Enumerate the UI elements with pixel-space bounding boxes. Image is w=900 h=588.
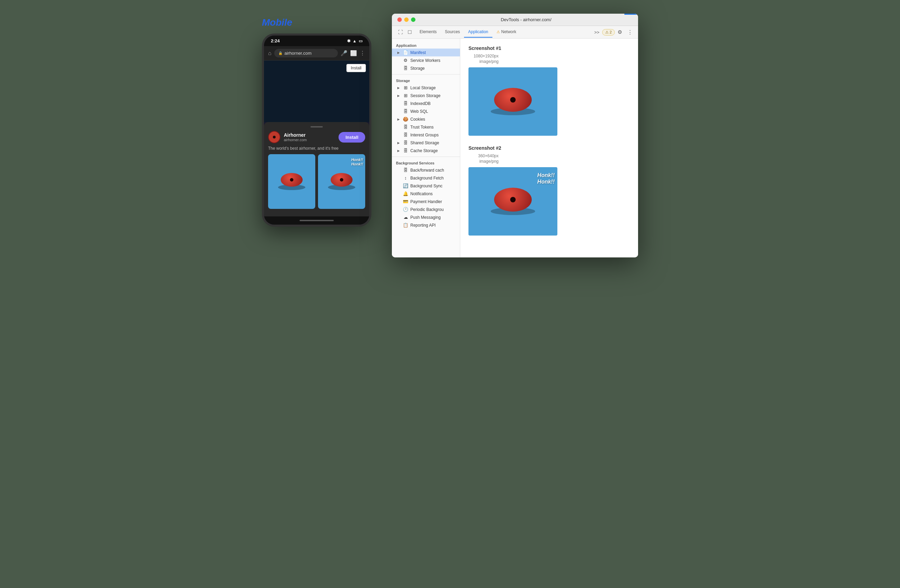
horn-dot-2 [340,178,343,182]
tab-application[interactable]: Application [464,27,492,37]
devtools-sidebar: Application ▶ 📄 Manifest ⚙ Service Worke… [392,39,460,258]
warning-badge[interactable]: ⚠ 2 [602,29,615,36]
session-storage-icon: ⊞ [403,93,408,98]
local-storage-icon: ⊞ [403,85,408,90]
service-workers-icon: ⚙ [403,58,408,63]
device-icon[interactable]: ☐ [405,28,414,36]
sidebar-item-cache-storage[interactable]: ▶ 🗄 Cache Storage [392,147,460,155]
sidebar-item-manifest[interactable]: ▶ 📄 Manifest [392,48,460,56]
sidebar-item-local-storage[interactable]: ▶ ⊞ Local Storage [392,84,460,92]
screenshot-section-1: Screenshot #1 1080×1920px image/png [469,45,630,136]
status-icons: ✱ ▲ ▭ [347,39,363,43]
menu-icon[interactable]: ⋮ [360,50,365,56]
big-horn-body-1 [494,88,532,112]
sidebar-item-push-messaging[interactable]: ☁ Push Messaging [392,213,460,221]
devtools-titlebar: DevTools - airhorner.com/ [392,14,638,26]
inspect-icon[interactable]: ⛶ [396,28,405,36]
tab-network[interactable]: ⚠ Network [492,27,520,37]
url-text: airhorner.com [284,51,312,56]
sidebar-item-bg-sync[interactable]: 🔄 Background Sync [392,182,460,190]
indexeddb-icon: 🗄 [403,101,408,106]
more-tabs-button[interactable]: >> [591,28,602,37]
traffic-lights [397,17,416,22]
notifications-label: Notifications [410,191,433,196]
bg-sync-icon: 🔄 [403,183,408,188]
cache-storage-icon: 🗄 [403,148,408,153]
screenshot-2-image: Honk!!Honk!! [469,167,557,236]
sheet-app-row: Airhorner airhorner.com Install [268,131,365,143]
big-honk-text-2: Honk!!Honk!! [537,172,555,185]
sidebar-item-storage[interactable]: 🗄 Storage [392,64,460,72]
session-storage-label: Session Storage [410,93,441,98]
honk-text-2: Honk!!Honk!! [351,158,363,166]
tab-sources[interactable]: Sources [441,27,464,37]
airhorn-2 [328,173,355,190]
expand-arrow-cache: ▶ [397,149,401,152]
screenshot-1-title: Screenshot #1 [469,45,630,51]
close-button[interactable] [397,17,402,22]
push-messaging-label: Push Messaging [410,215,441,220]
reporting-api-icon: 📋 [403,223,408,228]
interest-groups-label: Interest Groups [410,133,439,137]
tab-icon[interactable]: ⬜ [350,50,357,56]
maximize-button[interactable] [411,17,416,22]
settings-icon[interactable]: ⚙ [615,28,625,37]
trust-tokens-icon: 🗄 [403,124,408,130]
big-airhorn-2 [491,188,535,215]
sidebar-item-interest-groups[interactable]: 🗄 Interest Groups [392,131,460,139]
sidebar-item-bg-fetch[interactable]: ↕ Background Fetch [392,174,460,182]
sidebar-item-websql[interactable]: 🗄 Web SQL [392,107,460,115]
sidebar-item-trust-tokens[interactable]: 🗄 Trust Tokens [392,123,460,131]
bottom-sheet: Airhorner airhorner.com Install The worl… [264,122,369,216]
sidebar-item-service-workers[interactable]: ⚙ Service Workers [392,56,460,64]
bg-sync-label: Background Sync [410,183,442,188]
warning-icon: ⚠ [497,30,500,34]
sidebar-item-payment-handler[interactable]: 💳 Payment Handler [392,198,460,205]
sidebar-item-periodic-bg[interactable]: 🕐 Periodic Backgrou [392,205,460,213]
sidebar-item-indexeddb[interactable]: 🗄 IndexedDB [392,99,460,107]
periodic-bg-icon: 🕐 [403,207,408,212]
tab-elements[interactable]: Elements [416,27,441,37]
install-button-top[interactable]: Install [346,64,366,72]
app-icon [268,131,280,143]
screenshot-1-meta: 1080×1920px image/png [469,54,630,64]
big-horn-body-2 [494,188,532,212]
sidebar-item-cookies[interactable]: ▶ 🍪 Cookies [392,115,460,123]
trust-tokens-label: Trust Tokens [410,125,434,130]
devtools-tabs: ⛶ ☐ Elements Sources Application ⚠ Netwo… [392,26,638,39]
expand-arrow-ls: ▶ [397,86,401,90]
sidebar-item-notifications[interactable]: 🔔 Notifications [392,190,460,198]
url-bar[interactable]: 🔒 airhorner.com [274,49,338,57]
sidebar-item-back-forward[interactable]: 🗄 Back/forward cach [392,166,460,174]
bg-fetch-icon: ↕ [403,175,408,180]
devtools-tab-icons: ⛶ ☐ [395,26,416,38]
payment-handler-icon: 💳 [403,199,408,204]
tab-network-label: Network [501,29,516,34]
app-name: Airhorner [284,132,335,138]
sidebar-section-bg-services: Background Services [392,159,460,166]
mic-icon[interactable]: 🎤 [341,50,348,56]
screenshot-2-dimensions-label: 360×640px [469,154,503,158]
expand-arrow-ss: ▶ [397,94,401,98]
devtools-body: Application ▶ 📄 Manifest ⚙ Service Worke… [392,39,638,258]
screenshot-2-type-label: image/png [469,159,503,164]
payment-handler-label: Payment Handler [410,199,442,204]
devtools-title: DevTools - airhorner.com/ [420,17,633,22]
sidebar-item-shared-storage[interactable]: ▶ 🗄 Shared Storage [392,139,460,147]
push-messaging-icon: ☁ [403,215,408,220]
back-forward-label: Back/forward cach [410,168,444,173]
divider-2 [392,157,460,157]
home-icon[interactable]: ⌂ [268,50,272,56]
sidebar-item-reporting-api[interactable]: 📋 Reporting API [392,221,460,229]
websql-label: Web SQL [410,109,428,114]
sidebar-item-session-storage[interactable]: ▶ ⊞ Session Storage [392,92,460,99]
screenshot-1-image [469,67,557,136]
install-button-sheet[interactable]: Install [338,132,365,143]
wifi-icon: ▲ [352,39,357,43]
minimize-button[interactable] [404,17,409,22]
sidebar-section-storage: Storage [392,77,460,84]
screenshot-section-2: Screenshot #2 360×640px image/png Honk!!… [469,145,630,236]
phone-screenshot-1 [268,154,315,209]
screenshot-2-title: Screenshot #2 [469,145,630,151]
more-options-icon[interactable]: ⋮ [625,28,635,37]
